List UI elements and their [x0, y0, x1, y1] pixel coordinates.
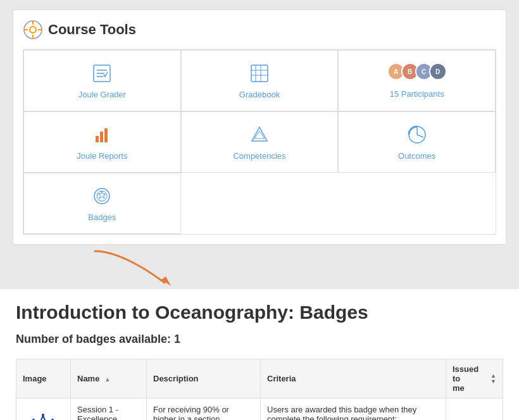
tool-gradebook[interactable]: Gradebook	[181, 50, 339, 111]
outcomes-label: Outcomes	[398, 151, 435, 161]
svg-marker-18	[252, 127, 267, 141]
participants-icon: A B C D	[387, 63, 447, 84]
badge-description-cell: For receiving 90% or higher in a section…	[147, 398, 261, 421]
badges-icon	[91, 185, 113, 207]
badge-name-cell: Session 1 - Excellence Badge	[71, 398, 147, 421]
badge-issued-cell	[446, 398, 503, 421]
svg-point-22	[97, 191, 107, 201]
badges-table: Image Name ▲ Description Criteria Issued…	[16, 359, 503, 420]
issued-sort-icons[interactable]: ▲ ▼	[491, 373, 496, 385]
page-title: Introduction to Oceanography: Badges	[16, 302, 503, 323]
course-tools-title: Course Tools	[23, 20, 496, 40]
tool-badges[interactable]: Badges	[23, 173, 181, 234]
competencies-label: Competencies	[233, 151, 285, 161]
badge-image-container	[23, 405, 64, 420]
tool-outcomes[interactable]: Outcomes	[338, 111, 496, 173]
badge-image-cell	[16, 398, 71, 421]
svg-rect-17	[104, 128, 108, 142]
col-header-name: Name ▲	[71, 359, 147, 398]
col-header-description: Description	[147, 359, 261, 398]
table-row: Session 1 - Excellence Badge For receivi…	[16, 398, 503, 421]
outcomes-icon	[406, 123, 428, 146]
criteria-intro: Users are awarded this badge when they c…	[267, 405, 416, 420]
course-tools-panel: Course Tools Joule Grader	[13, 9, 506, 245]
badge-criteria-cell: Users are awarded this badge when they c…	[261, 398, 446, 421]
tool-joule-reports[interactable]: Joule Reports	[23, 111, 181, 173]
gradebook-label: Gradebook	[239, 90, 280, 99]
joule-reports-icon	[91, 123, 113, 146]
svg-point-1	[30, 27, 36, 33]
tools-grid: Joule Grader Gradebook A B C	[23, 49, 496, 235]
svg-point-26	[42, 414, 44, 416]
col-header-image: Image	[16, 359, 71, 398]
joule-grader-icon	[91, 62, 113, 85]
badge-description: For receiving 90% or higher in a section…	[153, 405, 229, 420]
col-header-criteria: Criteria	[261, 359, 446, 398]
tool-competencies[interactable]: Competencies	[181, 111, 339, 173]
svg-rect-10	[251, 65, 268, 82]
tool-joule-grader[interactable]: Joule Grader	[23, 50, 181, 111]
svg-rect-16	[100, 132, 103, 142]
badges-label: Badges	[88, 213, 116, 222]
avatar-4: D	[429, 63, 447, 80]
arrow-svg	[76, 245, 203, 289]
competencies-icon	[248, 123, 271, 146]
joule-reports-label: Joule Reports	[77, 151, 127, 161]
arrow-annotation	[13, 251, 519, 289]
badge-name: Session 1 - Excellence Badge	[77, 405, 118, 420]
badges-count: Number of badges available: 1	[16, 333, 503, 346]
svg-rect-15	[96, 136, 99, 142]
name-sort-icon[interactable]: ▲	[104, 376, 111, 383]
issued-to-label: Issued to me	[453, 364, 488, 393]
joule-grader-label: Joule Grader	[78, 90, 126, 99]
tool-participants[interactable]: A B C D 15 Participants	[338, 50, 496, 111]
badge-image-svg	[26, 408, 61, 420]
main-content: Introduction to Oceanography: Badges Num…	[0, 289, 519, 420]
course-tools-icon	[23, 20, 43, 40]
gradebook-icon	[248, 62, 271, 85]
course-tools-heading: Course Tools	[48, 22, 136, 38]
col-header-issued: Issued to me ▲ ▼	[446, 359, 503, 398]
svg-marker-19	[254, 131, 265, 139]
participants-label: 15 Participants	[390, 89, 444, 99]
